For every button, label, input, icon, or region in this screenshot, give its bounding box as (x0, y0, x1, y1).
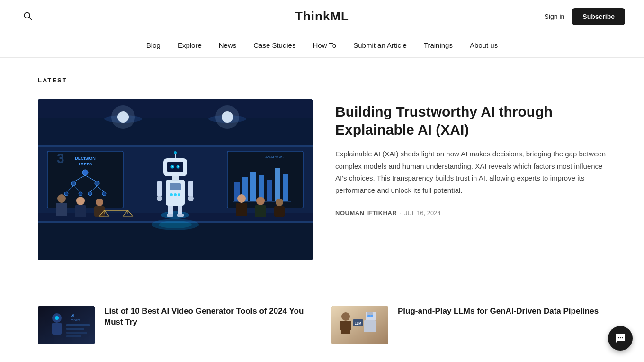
section-divider (38, 287, 606, 287)
svg-point-21 (95, 181, 99, 186)
svg-rect-38 (283, 174, 288, 201)
nav-item-about-us[interactable]: About us (470, 41, 498, 49)
svg-text:3: 3 (57, 151, 64, 166)
svg-rect-71 (75, 205, 86, 217)
svg-point-78 (276, 199, 283, 206)
article-card-content-0: List of 10 Best AI Video Generator Tools… (104, 306, 313, 328)
svg-point-65 (174, 151, 177, 154)
svg-rect-34 (250, 172, 256, 201)
svg-point-72 (96, 199, 103, 206)
svg-text:DECISION: DECISION (75, 156, 96, 161)
sign-in-link[interactable]: Sign in (544, 13, 564, 20)
featured-article-title[interactable]: Building Trustworthy AI through Explaina… (335, 103, 606, 138)
featured-article-content: Building Trustworthy AI through Explaina… (335, 99, 606, 217)
featured-article-separator: · (400, 209, 402, 217)
featured-article-meta: NOUMAN IFTIKHAR · JUL 16, 2024 (335, 209, 606, 217)
svg-rect-95 (66, 332, 87, 334)
svg-point-107 (370, 315, 373, 317)
svg-point-106 (367, 315, 370, 317)
articles-row: AI VIDEO List of 10 Best AI Video Genera… (38, 306, 606, 362)
svg-point-48 (170, 193, 173, 196)
svg-point-53 (157, 196, 162, 201)
svg-rect-5 (38, 145, 313, 147)
svg-rect-93 (66, 324, 90, 326)
search-icon (23, 11, 32, 20)
svg-point-112 (622, 337, 623, 338)
svg-rect-36 (267, 180, 272, 201)
featured-article: DECISION TREES (38, 99, 606, 260)
main-nav: Blog Explore News Case Studies How To Su… (0, 33, 644, 58)
svg-point-67 (159, 221, 192, 228)
svg-rect-101 (340, 321, 343, 330)
svg-point-76 (256, 197, 265, 205)
article-card-title-1[interactable]: Plug-and-Play LLMs for GenAI-Driven Data… (398, 306, 606, 317)
nav-item-news[interactable]: News (219, 41, 237, 49)
main-content: LATEST (19, 58, 625, 362)
nav-item-case-studies[interactable]: Case Studies (253, 41, 295, 49)
article-card-illustration-0: AI VIDEO (38, 306, 95, 344)
svg-rect-51 (157, 181, 162, 197)
site-header: ThinkML Sign in Subscribe (0, 0, 644, 33)
svg-point-90 (55, 316, 59, 320)
svg-point-41 (161, 211, 189, 219)
svg-point-54 (188, 196, 194, 201)
article-card-0: AI VIDEO List of 10 Best AI Video Genera… (38, 306, 313, 344)
svg-point-27 (79, 192, 82, 196)
section-label: LATEST (38, 77, 606, 84)
search-button[interactable] (19, 7, 36, 26)
nav-item-submit-article[interactable]: Submit an Article (353, 41, 407, 49)
svg-rect-94 (66, 328, 84, 330)
svg-rect-4 (38, 118, 313, 146)
svg-point-49 (174, 193, 177, 196)
nav-item-trainings[interactable]: Trainings (424, 41, 453, 49)
svg-point-60 (171, 165, 174, 169)
article-card-image-1[interactable]: LLM (331, 306, 388, 344)
header-left (19, 7, 36, 26)
svg-point-29 (102, 192, 106, 196)
featured-article-excerpt: Explainable AI (XAI) sheds light on how … (335, 148, 606, 196)
svg-point-110 (618, 337, 619, 338)
subscribe-button[interactable]: Subscribe (572, 8, 625, 25)
article-card-content-1: Plug-and-Play LLMs for GenAI-Driven Data… (398, 306, 606, 317)
svg-rect-102 (348, 321, 351, 330)
svg-point-28 (88, 192, 92, 196)
nav-item-explore[interactable]: Explore (178, 41, 202, 49)
article-card-image-0[interactable]: AI VIDEO (38, 306, 95, 344)
article-card-1: LLM Plug-and-Play LLMs for GenAI-Driven … (331, 306, 606, 344)
nav-item-how-to[interactable]: How To (313, 41, 336, 49)
featured-article-date: JUL 16, 2024 (404, 209, 441, 217)
featured-article-illustration: DECISION TREES (38, 99, 313, 260)
svg-rect-75 (236, 203, 247, 216)
chat-icon (615, 333, 626, 344)
svg-rect-79 (274, 206, 285, 217)
nav-item-blog[interactable]: Blog (146, 41, 161, 49)
svg-point-99 (341, 312, 350, 321)
svg-point-68 (57, 194, 66, 203)
svg-rect-37 (275, 168, 280, 201)
svg-rect-105 (364, 320, 376, 332)
svg-point-61 (177, 165, 180, 169)
svg-text:ANALYSIS: ANALYSIS (265, 155, 284, 159)
svg-rect-89 (52, 323, 62, 335)
svg-point-11 (215, 105, 239, 129)
svg-rect-77 (255, 205, 266, 217)
svg-point-20 (71, 181, 76, 186)
article-card-title-0[interactable]: List of 10 Best AI Video Generator Tools… (104, 306, 313, 328)
svg-point-26 (64, 192, 68, 196)
svg-point-10 (111, 105, 135, 129)
svg-text:TREES: TREES (78, 162, 92, 166)
chat-widget[interactable] (608, 326, 633, 351)
svg-point-74 (237, 194, 246, 203)
svg-rect-44 (167, 214, 173, 217)
article-card-illustration-1: LLM (331, 306, 388, 344)
svg-rect-52 (188, 181, 193, 197)
svg-point-111 (620, 337, 621, 338)
svg-point-70 (76, 197, 85, 205)
svg-line-1 (29, 17, 32, 19)
site-logo[interactable]: ThinkML (295, 9, 349, 24)
svg-point-62 (172, 166, 173, 167)
header-right: Sign in Subscribe (544, 8, 625, 25)
svg-text:LLM: LLM (355, 322, 362, 325)
svg-point-63 (178, 166, 179, 167)
featured-article-image[interactable]: DECISION TREES (38, 99, 313, 260)
